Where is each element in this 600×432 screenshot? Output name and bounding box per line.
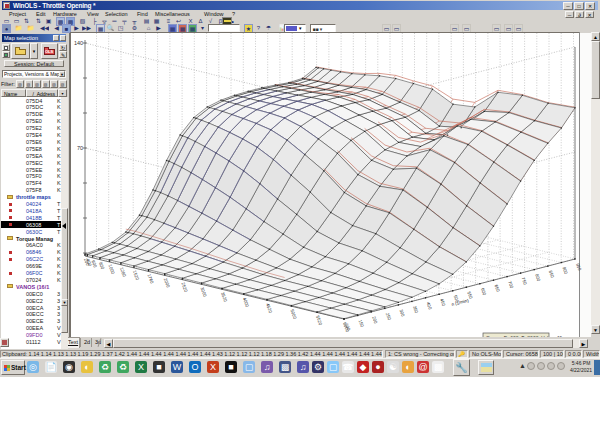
- svg-text:3000: 3000: [200, 286, 208, 297]
- svg-text:950: 950: [575, 263, 582, 272]
- svg-text:n (1/min): n (1/min): [451, 298, 470, 307]
- svg-text:850: 850: [548, 270, 555, 279]
- svg-text:200: 200: [371, 316, 378, 325]
- svg-text:1760: 1760: [147, 273, 155, 284]
- svg-text:4000: 4000: [242, 297, 250, 308]
- svg-text:140: 140: [74, 40, 83, 46]
- svg-text:400: 400: [426, 301, 433, 310]
- svg-text:2000: 2000: [163, 277, 171, 288]
- svg-text:650: 650: [494, 284, 501, 293]
- svg-text:150: 150: [358, 319, 365, 328]
- svg-text:350: 350: [412, 305, 419, 314]
- svg-text:800: 800: [534, 273, 541, 282]
- svg-text:3520: 3520: [220, 291, 228, 302]
- svg-text:2520: 2520: [180, 282, 188, 293]
- svg-text:5000: 5000: [289, 309, 297, 320]
- svg-text:700: 700: [507, 280, 514, 289]
- svg-text:1520: 1520: [132, 270, 140, 281]
- svg-text:1280: 1280: [119, 267, 127, 278]
- svg-text:750: 750: [521, 277, 528, 286]
- svg-text:300: 300: [398, 309, 405, 318]
- svg-text:600: 600: [480, 287, 487, 296]
- svg-text:250: 250: [385, 312, 392, 321]
- svg-text:1000: 1000: [108, 264, 116, 275]
- svg-text:70: 70: [77, 145, 83, 151]
- svg-text:450: 450: [439, 298, 446, 307]
- svg-text:4520: 4520: [265, 303, 273, 314]
- svg-text:5520: 5520: [315, 315, 323, 326]
- svg-text:600: 600: [91, 260, 98, 269]
- svg-text:900: 900: [561, 266, 568, 275]
- svg-text:800: 800: [98, 261, 105, 270]
